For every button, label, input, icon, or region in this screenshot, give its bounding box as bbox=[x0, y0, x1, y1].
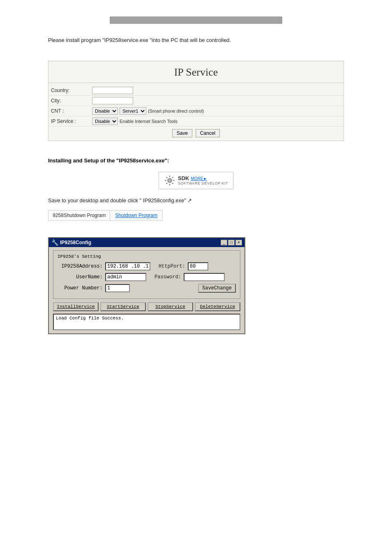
gear-icon bbox=[164, 175, 175, 186]
cnt-select-1[interactable]: Disable bbox=[92, 107, 118, 115]
sdk-more-link[interactable]: MORE► bbox=[191, 176, 207, 181]
http-port-label: HttpPort: bbox=[159, 264, 185, 269]
password-label: Password: bbox=[154, 274, 181, 280]
password-input[interactable] bbox=[184, 273, 225, 281]
config-group: IP9258's Setting IP9258Address: HttpPort… bbox=[53, 250, 240, 299]
sdk-box: IP9258Config SDKMORE► SOFTWARE DEVELOP K… bbox=[159, 172, 233, 189]
ip-service-label: IP Service : bbox=[51, 118, 92, 124]
save-instruction: Save to your desktop and double click " … bbox=[48, 197, 344, 204]
country-field bbox=[92, 87, 133, 94]
sdk-icon-area: IP9258Config SDKMORE► SOFTWARE DEVELOP K… bbox=[48, 172, 344, 189]
ip-address-input[interactable] bbox=[105, 262, 150, 271]
cancel-button[interactable]: Cancel bbox=[196, 129, 220, 137]
http-port-input[interactable] bbox=[188, 262, 208, 271]
cnt-label: CNT : bbox=[51, 108, 92, 114]
city-input[interactable] bbox=[92, 97, 133, 104]
save-change-button[interactable]: SaveChange bbox=[198, 284, 236, 293]
intro-text: Please install program "IP9258service.ex… bbox=[48, 36, 344, 44]
sdk-subtitle: SOFTWARE DEVELOP KIT bbox=[178, 181, 228, 185]
power-number-label: Power Number: bbox=[58, 285, 103, 291]
power-number-input[interactable] bbox=[105, 284, 130, 292]
ip-service-row: IP Service : Disable Enable Internet Sea… bbox=[48, 116, 344, 126]
ip-address-row: IP9258Address: HttpPort: bbox=[58, 262, 236, 271]
sdk-text-block: IP9258Config SDKMORE► SOFTWARE DEVELOP K… bbox=[178, 175, 228, 185]
username-row: UserName: Password: bbox=[58, 273, 236, 281]
country-input[interactable] bbox=[92, 87, 133, 94]
config-window: 🔧 IP9258Config _ □ × IP9258's Setting IP… bbox=[48, 237, 245, 334]
country-label: Country: bbox=[51, 88, 92, 93]
install-service-button[interactable]: InstallService bbox=[53, 302, 99, 311]
shutdown-row: 9258Shutdown Program Shutdown Program bbox=[48, 210, 163, 221]
config-title-controls: _ □ × bbox=[221, 240, 242, 245]
config-group-title: IP9258's Setting bbox=[58, 254, 236, 259]
config-app-icon: 🔧 bbox=[51, 239, 58, 246]
maximize-button[interactable]: □ bbox=[228, 240, 235, 245]
start-service-button[interactable]: StartService bbox=[100, 302, 146, 311]
svg-line-6 bbox=[172, 183, 173, 184]
ip-service-field: Disable Enable Internet Search Tools bbox=[92, 118, 178, 125]
svg-point-9 bbox=[168, 179, 171, 182]
sdk-title: IP9258Config SDKMORE► bbox=[178, 175, 228, 181]
username-label: UserName: bbox=[58, 274, 103, 280]
city-row: City: bbox=[48, 96, 344, 106]
stop-service-button[interactable]: StopService bbox=[148, 302, 193, 311]
config-buttons-row: InstallService StartService StopService … bbox=[53, 302, 240, 311]
close-button[interactable]: × bbox=[235, 240, 242, 245]
minimize-button[interactable]: _ bbox=[221, 240, 227, 245]
config-title-text: IP9258Config bbox=[60, 240, 91, 245]
config-log: Load Config file Success. bbox=[53, 314, 240, 330]
ip-service-form: Country: City: CNT : Disable bbox=[48, 83, 344, 126]
ip-address-label: IP9258Address: bbox=[58, 264, 103, 269]
svg-line-5 bbox=[166, 177, 167, 178]
cnt-extra-text: (Smart phone direct control) bbox=[148, 109, 204, 113]
ip-service-select[interactable]: Disable bbox=[92, 118, 118, 125]
save-button[interactable]: Save bbox=[172, 129, 192, 137]
cnt-field: Disable Server1 (Smart phone direct cont… bbox=[92, 107, 204, 115]
config-log-text: Load Config file Success. bbox=[56, 316, 124, 321]
city-field bbox=[92, 97, 133, 104]
ip-service-panel: IP Service Country: City: CNT : bbox=[48, 61, 344, 141]
installing-heading: Installing and Setup of the "IP9258servi… bbox=[48, 157, 344, 164]
ip-service-actions: Save Cancel bbox=[48, 126, 344, 141]
progress-bar bbox=[110, 16, 282, 24]
cnt-select-2[interactable]: Server1 bbox=[120, 107, 146, 115]
cnt-row: CNT : Disable Server1 (Smart phone direc… bbox=[48, 106, 344, 116]
ip-service-title: IP Service bbox=[48, 61, 344, 83]
country-row: Country: bbox=[48, 86, 344, 96]
username-input[interactable] bbox=[105, 273, 146, 281]
page-wrapper: Please install program "IP9258service.ex… bbox=[40, 8, 352, 351]
config-title-bar: 🔧 IP9258Config _ □ × bbox=[49, 238, 244, 247]
svg-line-8 bbox=[166, 183, 167, 184]
ip-service-extra-text: Enable Internet Search Tools bbox=[120, 119, 178, 124]
svg-line-7 bbox=[172, 177, 173, 178]
delete-service-button[interactable]: DeleteService bbox=[195, 302, 240, 311]
shutdown-program-link[interactable]: Shutdown Program bbox=[110, 210, 162, 220]
power-number-row: Power Number: SaveChange bbox=[58, 284, 236, 293]
config-title-left: 🔧 IP9258Config bbox=[51, 239, 91, 246]
config-body: IP9258's Setting IP9258Address: HttpPort… bbox=[49, 247, 244, 333]
shutdown-left-text: 9258Shutdown Program bbox=[48, 210, 110, 220]
city-label: City: bbox=[51, 98, 92, 104]
